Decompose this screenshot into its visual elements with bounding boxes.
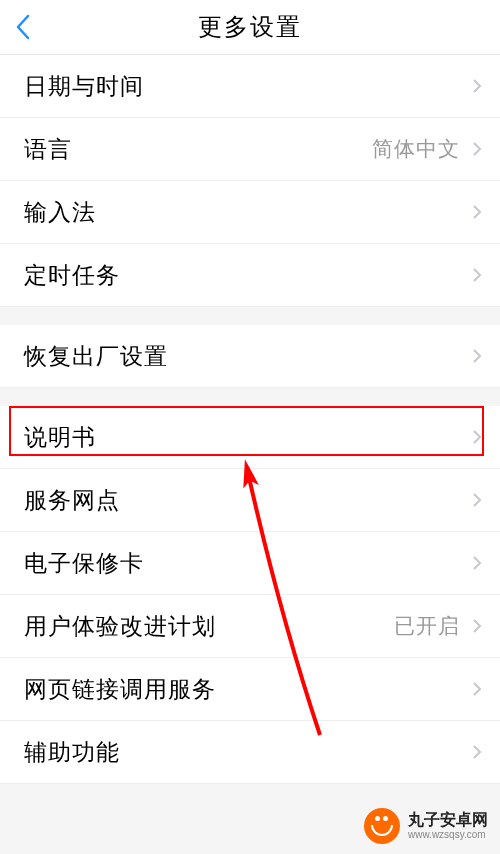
- item-label: 辅助功能: [24, 737, 120, 768]
- item-manual[interactable]: 说明书: [0, 406, 500, 469]
- chevron-right-icon: [472, 681, 482, 697]
- item-label: 定时任务: [24, 260, 120, 291]
- group-divider: [0, 388, 500, 406]
- item-warranty[interactable]: 电子保修卡: [0, 532, 500, 595]
- item-right: [472, 78, 482, 94]
- item-right: [472, 681, 482, 697]
- watermark-logo-icon: [364, 808, 400, 844]
- item-right: [472, 744, 482, 760]
- item-factory-reset[interactable]: 恢复出厂设置: [0, 325, 500, 388]
- group-divider: [0, 307, 500, 325]
- item-right: [472, 267, 482, 283]
- item-right: 已开启: [394, 612, 482, 640]
- chevron-left-icon: [15, 14, 31, 40]
- item-value: 已开启: [394, 612, 460, 640]
- chevron-right-icon: [472, 429, 482, 445]
- chevron-right-icon: [472, 492, 482, 508]
- watermark-text: 丸子安卓网 www.wzsqsy.com: [408, 811, 488, 841]
- item-label: 电子保修卡: [24, 548, 144, 579]
- item-right: [472, 429, 482, 445]
- chevron-right-icon: [472, 78, 482, 94]
- item-label: 输入法: [24, 197, 96, 228]
- item-right: [472, 555, 482, 571]
- item-right: 简体中文: [372, 135, 482, 163]
- chevron-right-icon: [472, 348, 482, 364]
- chevron-right-icon: [472, 267, 482, 283]
- item-value: 简体中文: [372, 135, 460, 163]
- item-label: 说明书: [24, 422, 96, 453]
- item-uip[interactable]: 用户体验改进计划 已开启: [0, 595, 500, 658]
- item-label: 网页链接调用服务: [24, 674, 216, 705]
- chevron-right-icon: [472, 141, 482, 157]
- item-label: 恢复出厂设置: [24, 341, 168, 372]
- chevron-right-icon: [472, 555, 482, 571]
- item-label: 用户体验改进计划: [24, 611, 216, 642]
- chevron-right-icon: [472, 744, 482, 760]
- item-scheduled[interactable]: 定时任务: [0, 244, 500, 307]
- chevron-right-icon: [472, 618, 482, 634]
- item-service-points[interactable]: 服务网点: [0, 469, 500, 532]
- watermark: 丸子安卓网 www.wzsqsy.com: [364, 808, 488, 844]
- item-right: [472, 204, 482, 220]
- item-accessibility[interactable]: 辅助功能: [0, 721, 500, 784]
- item-right: [472, 492, 482, 508]
- watermark-url: www.wzsqsy.com: [408, 829, 488, 841]
- item-label: 服务网点: [24, 485, 120, 516]
- item-label: 语言: [24, 134, 72, 165]
- item-weblink[interactable]: 网页链接调用服务: [0, 658, 500, 721]
- item-language[interactable]: 语言 简体中文: [0, 118, 500, 181]
- item-ime[interactable]: 输入法: [0, 181, 500, 244]
- back-button[interactable]: [15, 14, 31, 40]
- chevron-right-icon: [472, 204, 482, 220]
- item-right: [472, 348, 482, 364]
- item-datetime[interactable]: 日期与时间: [0, 55, 500, 118]
- item-label: 日期与时间: [24, 71, 144, 102]
- watermark-title: 丸子安卓网: [408, 811, 488, 829]
- header: 更多设置: [0, 0, 500, 55]
- page-title: 更多设置: [198, 11, 302, 43]
- settings-list: 日期与时间 语言 简体中文 输入法 定时任务 恢复出厂设置 说明书: [0, 55, 500, 784]
